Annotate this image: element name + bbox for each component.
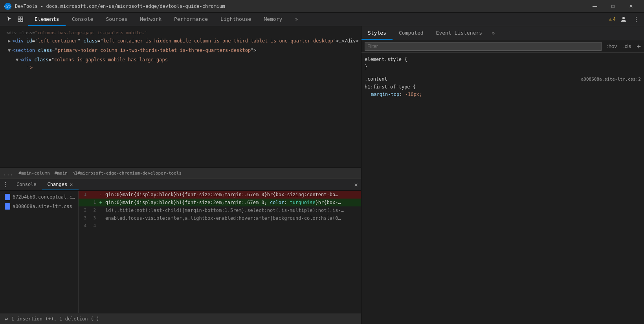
diff-content-context-2: ld),.title:not(:last-child){margin-botto… <box>104 206 361 214</box>
file-name-2: a008608a.site-ltr.css <box>13 204 72 209</box>
tab-console-bottom[interactable]: Console <box>11 179 42 190</box>
diff-viewer: 1 - gin:0}main{display:block}h1{font-siz… <box>79 191 361 313</box>
tab-changes[interactable]: Changes × <box>42 179 79 190</box>
svg-rect-4 <box>18 20 20 22</box>
tab-computed[interactable]: Computed <box>393 26 430 40</box>
title-bar-left: </> DevTools - docs.microsoft.com/en-us/… <box>4 2 225 10</box>
css-selector-element-style: element.style { <box>365 56 407 63</box>
diff-line-num-old: 1 <box>79 191 88 199</box>
diff-line-removed: 1 - gin:0}main{display:block}h1{font-siz… <box>79 191 361 199</box>
file-name-1: 672b4bb0.conceptual.c… <box>13 194 75 200</box>
bottom-status-bar: ↩ 1 insertion (+), 1 deletion (-) <box>0 313 361 324</box>
warning-badge[interactable]: ⚠ 4 <box>609 17 616 22</box>
file-icon <box>5 203 10 210</box>
filter-bar: :hov .cls + <box>361 40 644 53</box>
more-options-icon[interactable]: ⋮ <box>631 15 641 24</box>
cursor-icon[interactable] <box>5 15 14 24</box>
diff-line-num-new: 1 <box>88 199 97 206</box>
tab-memory[interactable]: Memory <box>257 13 288 26</box>
breadcrumb-item-main-column[interactable]: #main-column <box>16 170 52 177</box>
tab-event-listeners[interactable]: Event Listeners <box>430 26 488 40</box>
diff-line-num-old: 2 <box>79 206 88 214</box>
css-rule-content: .content a008608a.site-ltr.css:2 h1:firs… <box>365 75 641 98</box>
css-rule-element-style: element.style { } <box>365 56 641 71</box>
tab-elements[interactable]: Elements <box>28 13 66 26</box>
status-text: 1 insertion (+), 1 deletion (-) <box>11 316 99 322</box>
diff-line-num-old: 3 <box>79 214 88 222</box>
tab-bar-end: ⚠ 4 ⋮ <box>609 13 644 26</box>
expand-icon[interactable]: ▼ <box>8 47 11 54</box>
file-icon <box>5 194 10 200</box>
diff-content-added: gin:0}main{display:block}h1{font-size:2e… <box>104 199 361 206</box>
close-button[interactable]: ✕ <box>622 0 640 13</box>
expand-icon[interactable]: ▶ <box>8 37 11 44</box>
diff-content-context-3: enabled.focus-visible:after,a.lightbox-e… <box>104 214 361 222</box>
minimize-button[interactable]: — <box>586 0 604 13</box>
add-style-button[interactable]: + <box>637 42 641 50</box>
bottom-panel: ⋮ Console Changes × ✕ <box>0 179 361 324</box>
tab-styles[interactable]: Styles <box>361 26 393 40</box>
css-close-brace: } <box>365 63 367 71</box>
undo-icon[interactable]: ↩ <box>5 316 8 322</box>
account-icon[interactable] <box>619 15 628 24</box>
diff-line-context-3: 3 3 enabled.focus-visible:after,a.lightb… <box>79 214 361 222</box>
tab-network[interactable]: Network <box>134 13 168 26</box>
maximize-button[interactable]: □ <box>604 0 622 13</box>
bottom-panel-close-button[interactable]: ✕ <box>354 179 361 190</box>
cls-button[interactable]: .cls <box>621 43 633 50</box>
breadcrumb-item-h1[interactable]: h1#microsoft-edge-chromium-developer-too… <box>70 170 184 177</box>
inspect-icon[interactable] <box>16 15 25 24</box>
file-item-1[interactable]: 672b4bb0.conceptual.c… <box>0 192 78 202</box>
devtools-logo: </> <box>4 2 12 10</box>
expand-icon[interactable]: ▼ <box>16 56 18 63</box>
filter-input[interactable] <box>365 42 602 51</box>
bottom-panel-drag[interactable]: ⋮ <box>0 179 11 190</box>
tab-changes-close[interactable]: × <box>70 182 73 187</box>
css-prop-margin-top: margin-top <box>371 91 399 98</box>
styles-tab-bar: Styles Computed Event Listeners » <box>361 26 644 40</box>
svg-rect-2 <box>18 17 20 19</box>
diff-line-context-2: 2 2 ld),.title:not(:last-child){margin-b… <box>79 206 361 214</box>
diff-line-num-new: 3 <box>88 214 97 222</box>
svg-rect-5 <box>21 20 23 22</box>
diff-marker-removed: - <box>97 191 104 199</box>
tab-console[interactable]: Console <box>66 13 100 26</box>
breadcrumb-item-main[interactable]: #main <box>52 170 70 177</box>
html-line: ▶ <div id="left-container" class="left-c… <box>0 37 361 45</box>
tab-lighthouse[interactable]: Lighthouse <box>214 13 257 26</box>
diff-line-num-old <box>79 199 88 206</box>
css-selector-h1: h1:first-of-type { <box>365 83 416 91</box>
svg-point-6 <box>622 17 625 19</box>
styles-panel: element.style { } .content a008608a.site… <box>361 53 644 324</box>
diff-content-removed: gin:0}main{display:block}h1{font-size:2e… <box>104 191 361 199</box>
css-val-margin-top: -10px; <box>405 91 422 98</box>
diff-line-context-4: 4 4 <box>79 222 361 230</box>
html-line: <div class="columns has-large-gaps is-ga… <box>0 29 361 37</box>
warning-count: 4 <box>613 17 616 22</box>
bottom-tab-bar: ⋮ Console Changes × ✕ <box>0 179 361 191</box>
window-controls: — □ ✕ <box>586 0 640 13</box>
css-rule-body: margin-top : -10px; <box>365 91 641 98</box>
devtools-container: Elements Console Sources Network Perform… <box>0 13 644 324</box>
diff-line-added: 1 + gin:0}main{display:block}h1{font-siz… <box>79 199 361 206</box>
breadcrumb-bar: ... #main-column #main h1#microsoft-edge… <box>0 168 361 179</box>
tab-sources[interactable]: Sources <box>99 13 134 26</box>
file-item-2[interactable]: a008608a.site-ltr.css <box>0 202 78 211</box>
html-line: ▼ <section class="primary-holder column … <box>0 46 361 54</box>
styles-tab-more[interactable]: » <box>488 26 498 40</box>
breadcrumb-more[interactable]: ... <box>3 170 13 177</box>
css-source[interactable]: a008608a.site-ltr.css:2 <box>581 76 641 83</box>
hov-button[interactable]: :hov <box>605 43 619 50</box>
diff-line-num-new <box>88 191 97 199</box>
filter-actions: :hov .cls <box>605 43 633 50</box>
html-line: "> <box>0 64 361 72</box>
svg-rect-3 <box>21 17 23 19</box>
svg-text:</>: </> <box>4 4 11 9</box>
diff-line-num-old: 4 <box>79 222 88 230</box>
warning-icon: ⚠ <box>609 17 612 22</box>
tab-more[interactable]: » <box>288 13 304 26</box>
toolbar-icons <box>2 13 28 26</box>
tab-performance[interactable]: Performance <box>168 13 214 26</box>
right-panel: Styles Computed Event Listeners » :hov .… <box>361 26 644 324</box>
top-tab-bar: Elements Console Sources Network Perform… <box>0 13 644 26</box>
